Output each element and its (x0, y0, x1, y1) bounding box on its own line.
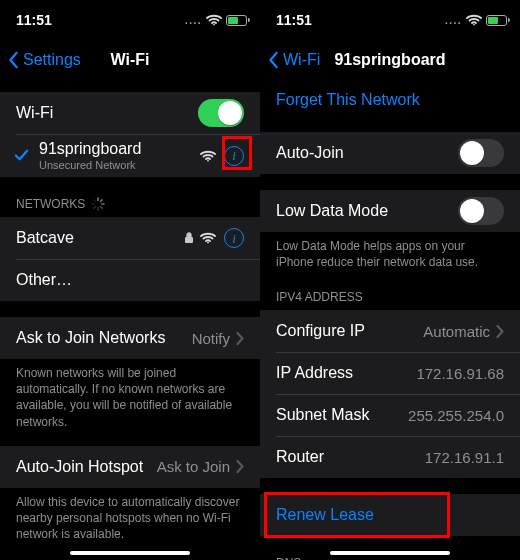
network-ssid: Batcave (16, 229, 184, 247)
wifi-toggle-row[interactable]: Wi-Fi (0, 92, 260, 134)
low-data-toggle[interactable] (458, 197, 504, 225)
configure-ip-row[interactable]: Configure IP Automatic (260, 310, 520, 352)
ipv4-header: IPV4 ADDRESS (260, 286, 520, 310)
wifi-signal-icon (200, 232, 216, 244)
home-indicator[interactable] (70, 551, 190, 555)
svg-line-9 (94, 200, 96, 202)
back-button[interactable]: Settings (8, 51, 81, 69)
auto-join-row[interactable]: Auto-Join (260, 132, 520, 174)
signal-icon: .... (185, 15, 202, 26)
wifi-settings-screen: 11:51 .... Settings Wi-Fi Wi-Fi 91spring… (0, 0, 260, 560)
hotspot-label: Auto-Join Hotspot (16, 458, 157, 476)
renew-lease-button[interactable]: Renew Lease (260, 494, 520, 536)
wifi-status-icon (206, 14, 222, 26)
current-security: Unsecured Network (39, 159, 200, 171)
wifi-status-icon (466, 14, 482, 26)
subnet-value: 255.255.254.0 (408, 407, 504, 424)
low-data-label: Low Data Mode (276, 202, 458, 220)
lock-icon (184, 232, 194, 244)
info-icon[interactable]: i (224, 146, 244, 166)
network-row[interactable]: Batcave i (0, 217, 260, 259)
svg-line-7 (94, 206, 96, 208)
back-button[interactable]: Wi-Fi (268, 51, 320, 69)
spinner-icon (91, 197, 105, 211)
ask-footer: Known networks will be joined automatica… (0, 359, 260, 430)
current-ssid: 91springboard (39, 140, 200, 158)
networks-header: NETWORKS (0, 193, 260, 217)
svg-line-5 (101, 206, 103, 208)
forget-network-button[interactable]: Forget This Network (260, 80, 520, 116)
low-data-row[interactable]: Low Data Mode (260, 190, 520, 232)
svg-rect-10 (185, 237, 193, 243)
check-icon (14, 148, 29, 163)
home-indicator[interactable] (330, 551, 450, 555)
nav-bar: Wi-Fi 91springboard (260, 40, 520, 80)
chevron-right-icon (496, 325, 504, 338)
info-icon[interactable]: i (224, 228, 244, 248)
ip-address-row: IP Address 172.16.91.68 (260, 352, 520, 394)
router-row: Router 172.16.91.1 (260, 436, 520, 478)
wifi-toggle[interactable] (198, 99, 244, 127)
svg-point-0 (213, 24, 215, 26)
ip-address-value: 172.16.91.68 (416, 365, 504, 382)
other-network-row[interactable]: Other… (0, 259, 260, 301)
svg-point-1 (207, 159, 209, 161)
ask-value: Notify (192, 330, 230, 347)
other-label: Other… (16, 271, 244, 289)
wifi-toggle-label: Wi-Fi (16, 104, 198, 122)
low-data-footer: Low Data Mode helps apps on your iPhone … (260, 232, 520, 270)
back-label: Settings (23, 51, 81, 69)
auto-join-toggle[interactable] (458, 139, 504, 167)
subnet-row: Subnet Mask 255.255.254.0 (260, 394, 520, 436)
battery-icon (486, 15, 510, 26)
chevron-right-icon (236, 332, 244, 345)
wifi-signal-icon (200, 150, 216, 162)
svg-point-12 (473, 24, 475, 26)
svg-line-3 (101, 200, 103, 202)
back-label: Wi-Fi (283, 51, 320, 69)
ask-to-join-label: Ask to Join Networks (16, 329, 192, 347)
router-value: 172.16.91.1 (425, 449, 504, 466)
network-detail-screen: 11:51 .... Wi-Fi 91springboard Forget Th… (260, 0, 520, 560)
chevron-right-icon (236, 460, 244, 473)
auto-join-hotspot-row[interactable]: Auto-Join Hotspot Ask to Join (0, 446, 260, 488)
svg-point-11 (207, 242, 209, 244)
auto-join-label: Auto-Join (276, 144, 458, 162)
hotspot-footer: Allow this device to automatically disco… (0, 488, 260, 543)
current-network-row[interactable]: 91springboard Unsecured Network i (0, 134, 260, 177)
hotspot-value: Ask to Join (157, 458, 230, 475)
ask-to-join-row[interactable]: Ask to Join Networks Notify (0, 317, 260, 359)
battery-icon (226, 15, 250, 26)
nav-bar: Settings Wi-Fi (0, 40, 260, 80)
signal-icon: .... (445, 15, 462, 26)
